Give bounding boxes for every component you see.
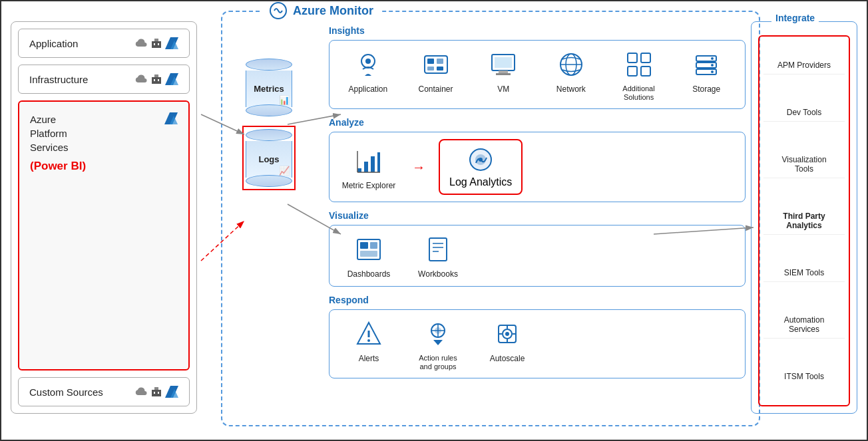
- svg-rect-25: [437, 59, 443, 64]
- autoscale-icon: [493, 320, 521, 348]
- respond-items: Alerts: [339, 317, 736, 371]
- svg-rect-55: [360, 242, 368, 249]
- svg-rect-38: [641, 67, 650, 76]
- insights-vm: VM: [474, 47, 533, 94]
- azure-icon-platform: [164, 112, 178, 124]
- source-infrastructure-icons: [133, 73, 178, 85]
- svg-rect-27: [437, 67, 443, 71]
- logs-bottom: [246, 175, 292, 187]
- visualize-dashboards: Dashboards: [339, 232, 399, 279]
- building-icon-2: [150, 73, 162, 85]
- monitor-icon: [269, 1, 288, 20]
- logs-cyl: Logs 📈: [246, 129, 292, 187]
- dashboards-label: Dashboards: [347, 269, 391, 279]
- svg-rect-35: [628, 53, 637, 63]
- integrate-title: Integrate: [771, 13, 819, 23]
- visualize-workbooks: Workbooks: [408, 232, 468, 279]
- analyze-label: Analyze: [329, 117, 746, 128]
- insights-section: Insights: [329, 25, 746, 109]
- logs-icon: 📈: [279, 166, 290, 176]
- logs-cylinder: Logs 📈: [242, 126, 296, 190]
- svg-rect-31: [496, 73, 511, 75]
- svg-rect-9: [158, 79, 159, 81]
- analyze-box: Metric Explorer → Log An: [329, 132, 746, 202]
- integrate-panel: Integrate APM Providers Dev Tools Visual…: [751, 21, 857, 414]
- workbooks-icon: [424, 235, 452, 263]
- svg-rect-17: [158, 392, 159, 394]
- cloud-icon-3: [133, 386, 148, 397]
- vm-icon: [489, 51, 517, 78]
- building-icon-3: [150, 386, 162, 398]
- application-insight-label: Application: [348, 84, 387, 94]
- additional-icon: [625, 51, 653, 78]
- svg-point-71: [505, 332, 509, 336]
- insights-items: Application: [339, 47, 736, 102]
- integrate-viz: VisualizationTools: [763, 151, 845, 178]
- svg-rect-26: [427, 67, 434, 71]
- network-icon-box: [554, 47, 588, 82]
- integrate-content: APM Providers Dev Tools VisualizationToo…: [752, 22, 857, 413]
- azure-monitor-container: Azure Monitor Metrics 📊: [221, 11, 760, 426]
- visualize-label: Visualize: [329, 210, 746, 221]
- azure-icon-2: [165, 73, 178, 85]
- source-infrastructure-label: Infrastructure: [29, 74, 88, 85]
- insights-application: Application: [339, 47, 397, 94]
- alerts-icon-box: [351, 317, 386, 351]
- azure-monitor-label: Azure Monitor: [293, 4, 373, 18]
- integrate-apm: APM Providers: [763, 57, 845, 74]
- container-icon: [422, 51, 450, 78]
- svg-rect-45: [357, 168, 361, 172]
- svg-rect-8: [154, 79, 155, 81]
- workbooks-label: Workbooks: [418, 269, 458, 279]
- respond-box: Alerts: [329, 309, 746, 378]
- insights-additional: AdditionalSolutions: [610, 47, 668, 102]
- network-label: Network: [556, 84, 586, 94]
- source-custom-label: Custom Sources: [29, 386, 103, 398]
- svg-rect-57: [360, 251, 377, 257]
- respond-action-rules: Action rulesand groups: [408, 317, 468, 371]
- integrate-third-party: Third PartyAnalytics: [763, 208, 845, 235]
- visualize-section: Visualize: [329, 210, 746, 286]
- am-main-content: Insights: [329, 25, 746, 412]
- logs-body: Logs 📈: [246, 141, 292, 178]
- metrics-body: Metrics 📊: [246, 71, 292, 107]
- svg-rect-6: [152, 77, 161, 84]
- dashboards-icon: [355, 235, 383, 263]
- svg-rect-29: [495, 57, 512, 68]
- cloud-icon-2: [133, 74, 148, 84]
- azure-icon: [165, 37, 178, 49]
- insights-container: Container: [407, 47, 465, 94]
- application-icon: [354, 51, 382, 78]
- metrics-bottom: [246, 104, 292, 116]
- svg-rect-46: [364, 162, 368, 172]
- sources-panel: Application Infrastructure AzurePlatf: [11, 21, 197, 414]
- azure-monitor-title: Azure Monitor: [262, 1, 380, 20]
- metrics-label: Metrics: [254, 84, 284, 94]
- storage-icon: [692, 51, 720, 78]
- source-application-icons: [133, 37, 178, 49]
- network-icon: [557, 51, 585, 78]
- svg-rect-56: [370, 242, 377, 249]
- svg-point-64: [367, 339, 370, 342]
- dashboards-icon-box: [351, 232, 386, 267]
- respond-section: Respond Alerts: [329, 295, 746, 378]
- log-analytics-label: Log Analytics: [449, 176, 512, 188]
- svg-rect-30: [499, 71, 508, 73]
- svg-rect-36: [641, 53, 650, 63]
- respond-autoscale: Autoscale: [477, 317, 537, 363]
- additional-label: AdditionalSolutions: [622, 84, 654, 102]
- svg-rect-48: [377, 152, 380, 172]
- insights-box: Application: [329, 40, 746, 109]
- source-azure-platform: AzurePlatformServices (Power BI): [18, 100, 190, 370]
- respond-label: Respond: [329, 295, 746, 305]
- svg-rect-15: [154, 387, 158, 390]
- metric-explorer-label: Metric Explorer: [342, 181, 396, 190]
- vm-icon-box: [486, 47, 521, 82]
- workbooks-icon-box: [421, 232, 455, 267]
- svg-point-42: [711, 57, 714, 60]
- action-rules-icon-box: [421, 317, 455, 351]
- log-analytics-icon: [467, 146, 495, 174]
- integrate-items-box: APM Providers Dev Tools VisualizationToo…: [758, 35, 850, 406]
- svg-rect-0: [152, 41, 161, 48]
- source-custom-sources: Custom Sources: [18, 377, 190, 406]
